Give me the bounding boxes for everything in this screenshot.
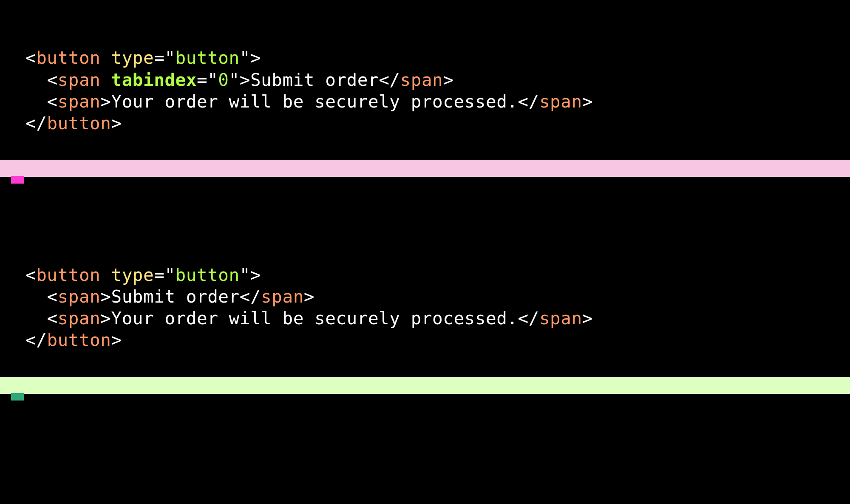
quote: " bbox=[164, 265, 175, 285]
end-open: </ bbox=[26, 113, 47, 133]
spacer bbox=[0, 194, 850, 217]
end-open: </ bbox=[240, 286, 261, 307]
space bbox=[100, 70, 111, 90]
angle-close: > bbox=[240, 70, 250, 90]
angle-close: > bbox=[250, 48, 261, 68]
tag-name: span bbox=[261, 286, 304, 307]
quote: " bbox=[240, 265, 250, 285]
quote: " bbox=[229, 70, 240, 90]
angle-open: < bbox=[47, 308, 57, 328]
attr-value: button bbox=[176, 48, 240, 68]
tag-name: span bbox=[58, 308, 101, 328]
angle-close: > bbox=[582, 308, 593, 328]
quote: " bbox=[207, 70, 218, 90]
tag-name: button bbox=[36, 48, 100, 68]
text-content: Your order will be securely processed. bbox=[111, 308, 518, 328]
angle-close: > bbox=[100, 286, 111, 307]
angle-open: < bbox=[47, 286, 57, 307]
space bbox=[100, 265, 111, 285]
tag-name: span bbox=[539, 308, 582, 328]
tag-name: span bbox=[539, 91, 582, 112]
quote: " bbox=[240, 48, 250, 68]
indent bbox=[26, 308, 47, 328]
end-open: </ bbox=[26, 330, 47, 350]
attr-name: type bbox=[111, 265, 154, 285]
end-open: </ bbox=[518, 308, 539, 328]
space bbox=[100, 48, 111, 68]
text-content: Submit order bbox=[111, 286, 240, 307]
do-stripe bbox=[0, 377, 850, 394]
quote: " bbox=[164, 48, 175, 68]
angle-close: > bbox=[443, 70, 453, 90]
angle-close: > bbox=[111, 330, 122, 350]
attr-name: type bbox=[111, 48, 154, 68]
angle-close: > bbox=[250, 265, 261, 285]
equals: = bbox=[154, 265, 164, 285]
tag-name: button bbox=[47, 113, 111, 133]
angle-open: < bbox=[26, 48, 36, 68]
attr-value: 0 bbox=[218, 70, 229, 90]
text-content: Your order will be securely processed. bbox=[111, 91, 518, 112]
tag-name: span bbox=[58, 70, 101, 90]
equals: = bbox=[154, 48, 164, 68]
angle-close: > bbox=[100, 308, 111, 328]
indent bbox=[26, 70, 47, 90]
angle-close: > bbox=[111, 113, 122, 133]
do-code-block: <button type="button"> <span>Submit orde… bbox=[0, 217, 850, 377]
indent bbox=[26, 286, 47, 307]
angle-close: > bbox=[304, 286, 314, 307]
dont-code-block: <button type="button"> <span tabindex="0… bbox=[0, 0, 850, 160]
text-content: Submit order bbox=[250, 70, 379, 90]
dont-flag-row bbox=[0, 177, 850, 194]
attr-name-tabindex: tabindex bbox=[111, 70, 197, 90]
end-open: </ bbox=[379, 70, 400, 90]
angle-close: > bbox=[100, 91, 111, 112]
angle-open: < bbox=[26, 265, 36, 285]
angle-close: > bbox=[582, 91, 593, 112]
attr-value: button bbox=[176, 265, 240, 285]
tag-name: span bbox=[400, 70, 443, 90]
equals: = bbox=[197, 70, 207, 90]
angle-open: < bbox=[47, 91, 57, 112]
do-flag-icon bbox=[11, 393, 24, 401]
tag-name: span bbox=[58, 286, 101, 307]
dont-flag-icon bbox=[11, 176, 24, 184]
tag-name: button bbox=[47, 330, 111, 350]
tag-name: button bbox=[36, 265, 100, 285]
indent bbox=[26, 91, 47, 112]
do-flag-row bbox=[0, 394, 850, 411]
angle-open: < bbox=[47, 70, 57, 90]
tag-name: span bbox=[58, 91, 101, 112]
end-open: </ bbox=[518, 91, 539, 112]
dont-stripe bbox=[0, 160, 850, 177]
